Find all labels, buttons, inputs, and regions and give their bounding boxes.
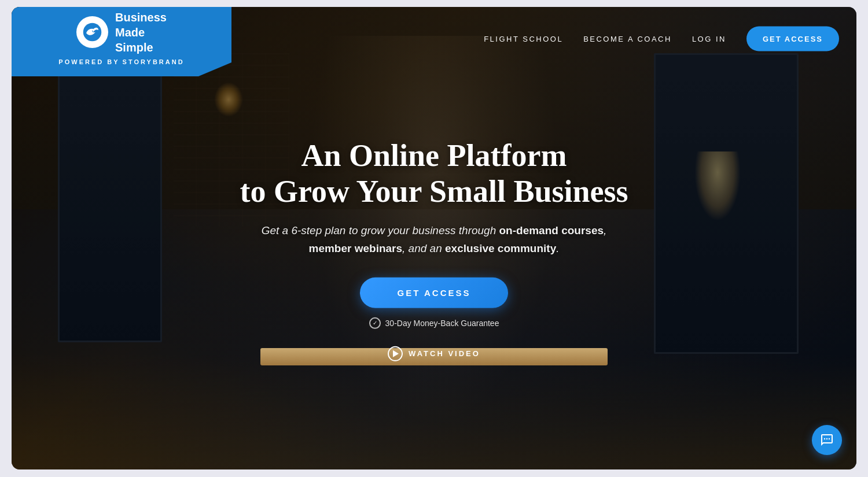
- guarantee-section: ✓ 30-Day Money-Back Guarantee: [231, 317, 637, 329]
- play-triangle: [393, 350, 399, 357]
- powered-by: POWERED BY STORYBRAND: [58, 58, 184, 65]
- page-wrapper: Business Made Simple POWERED BY STORYBRA…: [12, 7, 856, 469]
- nav-log-in[interactable]: LOG IN: [692, 35, 726, 43]
- guarantee-label: 30-Day Money-Back Guarantee: [385, 319, 499, 328]
- nav-become-coach[interactable]: BECOME A COACH: [583, 35, 672, 43]
- svg-point-3: [829, 438, 830, 439]
- watch-video-label: WATCH VIDEO: [409, 349, 480, 358]
- guarantee-icon: ✓: [369, 317, 381, 329]
- nav-flight-school[interactable]: FLIGHT SCHOOL: [484, 35, 563, 43]
- logo-bird-icon: [76, 16, 108, 48]
- play-icon: [388, 346, 403, 361]
- logo-text: Business Made Simple: [115, 10, 167, 55]
- hero-subtitle: Get a 6-step plan to grow your business …: [231, 222, 637, 257]
- watch-video-button[interactable]: WATCH VIDEO: [231, 346, 637, 361]
- svg-point-1: [824, 438, 825, 439]
- logo-inner: Business Made Simple: [76, 10, 167, 55]
- main-nav: Business Made Simple POWERED BY STORYBRA…: [12, 7, 856, 71]
- nav-get-access-button[interactable]: GET ACCESS: [746, 27, 839, 51]
- chat-button[interactable]: [812, 425, 842, 455]
- logo-area[interactable]: Business Made Simple POWERED BY STORYBRA…: [12, 7, 231, 76]
- hero-get-access-button[interactable]: GET ACCESS: [360, 278, 509, 308]
- nav-links: FLIGHT SCHOOL BECOME A COACH LOG IN GET …: [484, 27, 839, 51]
- svg-point-2: [826, 438, 827, 439]
- chat-icon: [820, 433, 834, 447]
- hero-section: Business Made Simple POWERED BY STORYBRA…: [12, 7, 856, 469]
- hero-title: An Online Platform to Grow Your Small Bu…: [231, 138, 637, 209]
- hero-content: An Online Platform to Grow Your Small Bu…: [231, 138, 637, 361]
